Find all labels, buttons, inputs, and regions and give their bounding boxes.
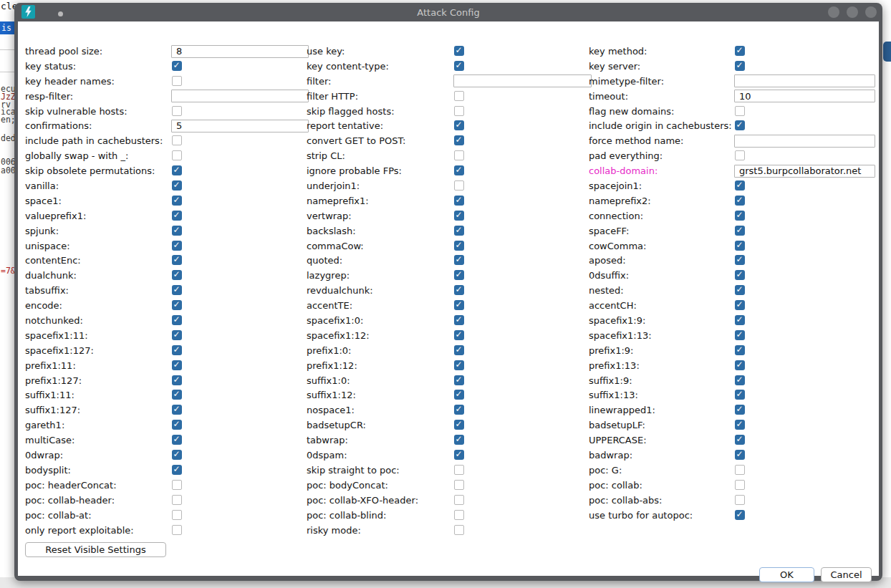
field-checkbox[interactable]: ✓ [735,196,745,206]
field-checkbox[interactable]: ✓ [454,211,464,221]
field-checkbox[interactable] [735,480,745,490]
field-checkbox[interactable]: ✓ [454,405,464,415]
window-minimize-button[interactable] [828,6,839,18]
field-checkbox[interactable]: ✓ [735,285,745,295]
field-checkbox[interactable]: ✓ [735,450,745,460]
field-checkbox[interactable] [172,495,182,505]
field-checkbox[interactable]: ✓ [735,345,745,355]
field-checkbox[interactable]: ✓ [172,270,182,280]
field-checkbox[interactable]: ✓ [454,300,464,310]
field-checkbox[interactable] [735,106,745,116]
field-checkbox[interactable]: ✓ [172,360,182,370]
field-checkbox[interactable]: ✓ [454,375,464,385]
field-checkbox[interactable]: ✓ [735,315,745,325]
field-checkbox[interactable] [735,150,745,160]
field-checkbox[interactable]: ✓ [735,300,745,310]
field-checkbox[interactable]: ✓ [454,285,464,295]
field-checkbox[interactable]: ✓ [172,375,182,385]
field-checkbox[interactable]: ✓ [735,211,745,221]
field-checkbox[interactable] [454,91,464,101]
window-close-button[interactable] [865,6,877,18]
field-checkbox[interactable]: ✓ [172,61,182,71]
field-input[interactable] [734,165,875,178]
field-checkbox[interactable]: ✓ [454,435,464,445]
field-checkbox[interactable]: ✓ [735,360,745,370]
field-checkbox[interactable]: ✓ [172,345,182,355]
field-checkbox[interactable]: ✓ [454,345,464,355]
field-checkbox[interactable] [454,465,464,475]
field-checkbox[interactable]: ✓ [454,390,464,400]
field-checkbox[interactable]: ✓ [735,390,745,400]
field-checkbox[interactable]: ✓ [172,226,182,236]
field-checkbox[interactable]: ✓ [172,180,182,191]
field-checkbox[interactable]: ✓ [735,61,745,71]
field-checkbox[interactable] [454,480,464,490]
field-checkbox[interactable]: ✓ [735,405,745,415]
field-checkbox[interactable]: ✓ [172,285,182,295]
field-input[interactable] [171,120,309,132]
field-checkbox[interactable]: ✓ [454,46,464,56]
field-checkbox[interactable]: ✓ [172,330,182,340]
field-checkbox[interactable] [172,135,182,145]
titlebar[interactable]: Attack Config [14,3,882,21]
field-checkbox[interactable]: ✓ [735,46,745,56]
field-checkbox[interactable]: ✓ [735,120,745,130]
field-checkbox[interactable]: ✓ [454,61,464,71]
field-checkbox[interactable]: ✓ [172,241,182,251]
field-checkbox[interactable]: ✓ [454,196,464,206]
field-input[interactable] [734,74,875,87]
field-checkbox[interactable]: ✓ [735,420,745,430]
field-checkbox[interactable]: ✓ [172,255,182,265]
field-checkbox[interactable]: ✓ [454,120,464,130]
field-checkbox[interactable]: ✓ [172,435,182,445]
field-input[interactable] [734,90,875,102]
field-checkbox[interactable]: ✓ [172,315,182,325]
field-checkbox[interactable]: ✓ [735,255,745,265]
field-checkbox[interactable] [172,150,182,160]
field-checkbox[interactable] [172,106,182,116]
field-checkbox[interactable]: ✓ [454,330,464,340]
field-checkbox[interactable]: ✓ [172,196,182,206]
field-checkbox[interactable] [172,480,182,490]
field-input[interactable] [171,45,309,58]
field-checkbox[interactable]: ✓ [735,510,745,520]
field-checkbox[interactable]: ✓ [735,241,745,251]
field-checkbox[interactable]: ✓ [454,241,464,251]
reset-visible-settings-button[interactable]: Reset Visible Settings [25,542,166,557]
field-checkbox[interactable] [454,106,464,116]
field-checkbox[interactable]: ✓ [454,450,464,460]
field-checkbox[interactable]: ✓ [454,165,464,175]
field-checkbox[interactable] [735,465,745,475]
field-checkbox[interactable] [454,495,464,505]
field-checkbox[interactable]: ✓ [735,330,745,340]
field-input[interactable] [453,74,592,87]
field-checkbox[interactable] [454,525,464,535]
field-checkbox[interactable] [172,76,182,86]
field-checkbox[interactable]: ✓ [172,390,182,400]
field-checkbox[interactable]: ✓ [454,255,464,265]
field-checkbox[interactable]: ✓ [454,315,464,325]
field-checkbox[interactable]: ✓ [735,435,745,445]
field-input[interactable] [734,135,875,148]
field-checkbox[interactable]: ✓ [735,270,745,280]
field-checkbox[interactable]: ✓ [172,450,182,460]
field-checkbox[interactable]: ✓ [735,375,745,385]
field-checkbox[interactable]: ✓ [454,360,464,370]
field-checkbox[interactable]: ✓ [454,420,464,430]
field-checkbox[interactable] [454,180,464,191]
field-checkbox[interactable]: ✓ [454,270,464,280]
field-checkbox[interactable] [735,495,745,505]
cancel-button[interactable]: Cancel [821,567,872,582]
field-checkbox[interactable]: ✓ [454,226,464,236]
field-checkbox[interactable] [172,510,182,520]
window-maximize-button[interactable] [847,6,858,18]
field-input[interactable] [171,90,309,102]
field-checkbox[interactable] [172,525,182,535]
field-checkbox[interactable]: ✓ [172,211,182,221]
field-checkbox[interactable]: ✓ [172,300,182,310]
field-checkbox[interactable]: ✓ [172,165,182,175]
field-checkbox[interactable]: ✓ [172,420,182,430]
field-checkbox[interactable]: ✓ [172,405,182,415]
field-checkbox[interactable] [454,510,464,520]
field-checkbox[interactable]: ✓ [172,465,182,475]
